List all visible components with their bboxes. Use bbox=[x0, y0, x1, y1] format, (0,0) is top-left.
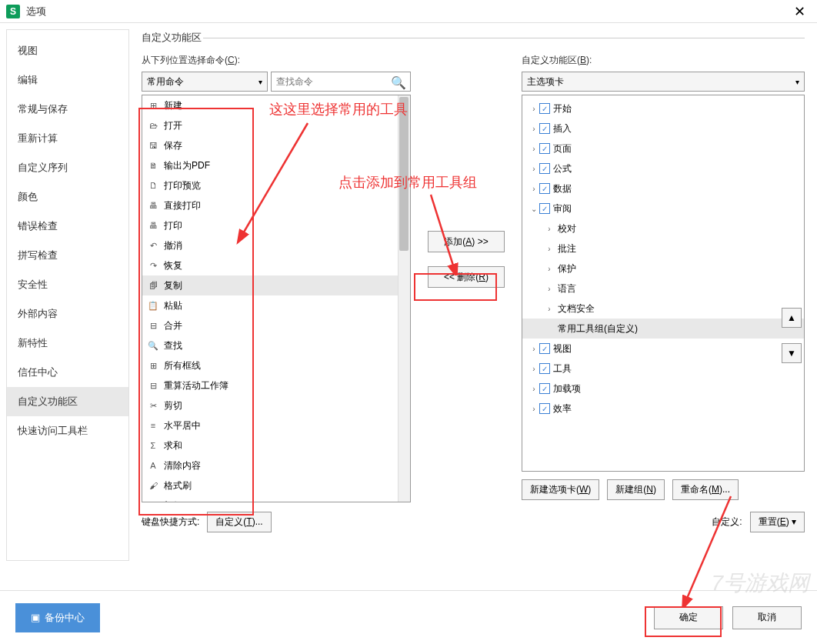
checkbox[interactable]: ✓ bbox=[539, 103, 550, 114]
command-item[interactable]: 🗁打开 bbox=[142, 115, 410, 135]
move-up-button[interactable]: ▲ bbox=[782, 308, 802, 328]
new-group-button[interactable]: 新建组(N) bbox=[607, 479, 665, 500]
rename-button[interactable]: 重命名(M)... bbox=[672, 479, 739, 500]
command-item[interactable]: ↷恢复 bbox=[142, 255, 410, 275]
sidebar-item[interactable]: 自定义序列 bbox=[7, 153, 128, 182]
tree-item[interactable]: 常用工具组(自定义) bbox=[522, 319, 804, 339]
tabs-dropdown[interactable]: 主选项卡 bbox=[522, 72, 805, 92]
add-button[interactable]: 添加(A) >> bbox=[428, 231, 505, 252]
command-item[interactable]: ⊞所有框线▸ bbox=[142, 355, 410, 375]
backup-center-button[interactable]: ▣ 备份中心 bbox=[15, 603, 100, 632]
sidebar-item[interactable]: 错误检查 bbox=[7, 212, 128, 241]
sidebar-item[interactable]: 编辑 bbox=[7, 65, 128, 95]
scrollbar[interactable] bbox=[398, 95, 410, 502]
tree-item[interactable]: ›校对 bbox=[522, 219, 804, 239]
sidebar-item[interactable]: 安全性 bbox=[7, 270, 128, 299]
command-label: 打印 bbox=[164, 219, 182, 232]
sidebar-item[interactable]: 视图 bbox=[7, 36, 128, 65]
customize-shortcuts-button[interactable]: 自定义(T)... bbox=[207, 512, 271, 532]
command-item[interactable]: ⊟合并▸ bbox=[142, 315, 410, 335]
checkbox[interactable]: ✓ bbox=[539, 343, 550, 354]
expand-icon[interactable]: › bbox=[529, 405, 539, 413]
expand-icon[interactable]: › bbox=[544, 265, 555, 273]
sidebar-item[interactable]: 常规与保存 bbox=[7, 95, 128, 124]
command-item[interactable]: 🗋打印预览 bbox=[142, 175, 410, 195]
checkbox[interactable]: ✓ bbox=[539, 363, 550, 374]
expand-icon[interactable]: › bbox=[529, 105, 539, 113]
tree-item[interactable]: ›✓加载项 bbox=[522, 379, 804, 399]
expand-icon[interactable]: › bbox=[529, 385, 539, 393]
expand-icon[interactable]: › bbox=[529, 185, 539, 193]
tree-item[interactable]: ⌄✓审阅 bbox=[522, 199, 804, 219]
tree-item[interactable]: ›保护 bbox=[522, 259, 804, 279]
command-item[interactable]: ↶撤消 bbox=[142, 235, 410, 255]
commands-dropdown[interactable]: 常用命令 bbox=[142, 72, 268, 92]
command-item[interactable]: A清除内容 bbox=[142, 455, 410, 475]
expand-icon[interactable]: › bbox=[544, 305, 555, 313]
command-item[interactable]: 🖫保存 bbox=[142, 135, 410, 155]
tree-item[interactable]: ›✓效率 bbox=[522, 399, 804, 419]
section-title: 自定义功能区 bbox=[142, 31, 805, 45]
cancel-button[interactable]: 取消 bbox=[732, 606, 802, 629]
expand-icon[interactable]: › bbox=[544, 245, 555, 253]
sidebar-item[interactable]: 自定义功能区 bbox=[7, 387, 128, 416]
command-item[interactable]: 🖶直接打印 bbox=[142, 195, 410, 215]
tree-item[interactable]: ›✓页面 bbox=[522, 138, 804, 158]
tree-item[interactable]: ›✓工具 bbox=[522, 359, 804, 379]
sidebar-item[interactable]: 快速访问工具栏 bbox=[7, 416, 128, 445]
command-label: 粘贴 bbox=[164, 299, 182, 312]
ribbon-tree[interactable]: ›✓开始›✓插入›✓页面›✓公式›✓数据⌄✓审阅›校对›批注›保护›语言›文档安… bbox=[522, 95, 805, 472]
new-tab-button[interactable]: 新建选项卡(W) bbox=[522, 479, 599, 500]
search-input[interactable] bbox=[271, 72, 411, 92]
ok-button[interactable]: 确定 bbox=[654, 606, 723, 629]
expand-icon[interactable]: › bbox=[544, 225, 555, 233]
sidebar-item[interactable]: 新特性 bbox=[7, 329, 128, 358]
command-item[interactable]: 🗐复制 bbox=[142, 275, 410, 295]
expand-icon[interactable]: ⌄ bbox=[529, 205, 539, 213]
remove-button[interactable]: << 删除(R) bbox=[428, 266, 505, 288]
expand-icon[interactable]: › bbox=[529, 345, 539, 353]
checkbox[interactable]: ✓ bbox=[539, 203, 550, 214]
checkbox[interactable]: ✓ bbox=[539, 383, 550, 394]
command-item[interactable]: ⊞新建 bbox=[142, 95, 410, 115]
command-item[interactable]: 📋粘贴 bbox=[142, 295, 410, 315]
sidebar-item[interactable]: 拼写检查 bbox=[7, 241, 128, 270]
command-item[interactable]: ⊟重算活动工作簿 bbox=[142, 375, 410, 395]
tree-item[interactable]: ›✓插入 bbox=[522, 118, 804, 138]
command-item[interactable]: ✂剪切 bbox=[142, 395, 410, 415]
checkbox[interactable]: ✓ bbox=[539, 143, 550, 154]
tree-item[interactable]: ›语言 bbox=[522, 279, 804, 299]
tree-item[interactable]: ›✓数据 bbox=[522, 179, 804, 199]
move-down-button[interactable]: ▼ bbox=[782, 343, 802, 363]
expand-icon[interactable]: › bbox=[529, 125, 539, 133]
expand-icon[interactable]: › bbox=[529, 165, 539, 173]
tree-item[interactable]: ›文档安全 bbox=[522, 299, 804, 319]
command-label: 直接打印 bbox=[164, 199, 201, 212]
command-item[interactable]: 🔍查找 bbox=[142, 335, 410, 355]
checkbox[interactable]: ✓ bbox=[539, 123, 550, 134]
sidebar-item[interactable]: 外部内容 bbox=[7, 299, 128, 329]
sidebar-item[interactable]: 重新计算 bbox=[7, 124, 128, 153]
command-icon: 🖶 bbox=[147, 199, 159, 212]
tree-item[interactable]: ›✓视图 bbox=[522, 339, 804, 359]
reset-button[interactable]: 重置(E) ▾ bbox=[750, 512, 805, 532]
command-item[interactable]: ≡水平居中 bbox=[142, 415, 410, 435]
command-list[interactable]: ⊞新建🗁打开🖫保存🗎输出为PDF🗋打印预览🖶直接打印🖶打印▸↶撤消↷恢复🗐复制📋… bbox=[142, 95, 411, 502]
expand-icon[interactable]: › bbox=[529, 365, 539, 373]
expand-icon[interactable]: › bbox=[544, 285, 555, 293]
command-item[interactable]: B加粗 bbox=[142, 496, 410, 502]
command-item[interactable]: 🖶打印▸ bbox=[142, 215, 410, 235]
expand-icon[interactable]: › bbox=[529, 145, 539, 153]
sidebar-item[interactable]: 颜色 bbox=[7, 182, 128, 212]
tree-item[interactable]: ›批注 bbox=[522, 239, 804, 259]
command-item[interactable]: 🗎输出为PDF bbox=[142, 155, 410, 175]
command-item[interactable]: 🖌格式刷 bbox=[142, 475, 410, 496]
tree-item[interactable]: ›✓开始 bbox=[522, 98, 804, 118]
close-icon[interactable]: ✕ bbox=[788, 3, 811, 20]
checkbox[interactable]: ✓ bbox=[539, 403, 550, 414]
sidebar-item[interactable]: 信任中心 bbox=[7, 358, 128, 387]
command-item[interactable]: Σ求和 bbox=[142, 435, 410, 455]
checkbox[interactable]: ✓ bbox=[539, 163, 550, 174]
tree-item[interactable]: ›✓公式 bbox=[522, 158, 804, 179]
checkbox[interactable]: ✓ bbox=[539, 183, 550, 194]
